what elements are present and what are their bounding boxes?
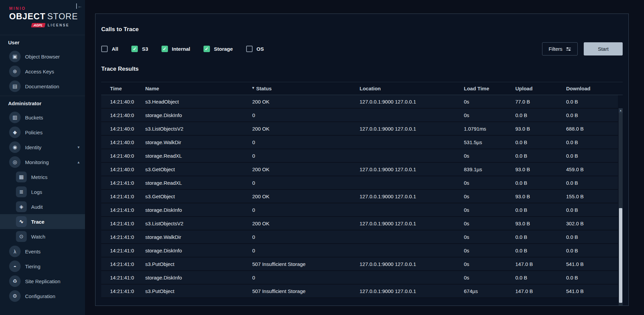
checkbox-all[interactable]: All [101, 46, 118, 52]
column-header-name[interactable]: Name [145, 86, 252, 91]
table-cell: 459.0 B [566, 166, 613, 172]
license-row: AGPL LICENSE [9, 23, 69, 27]
table-cell: 0.0 B [566, 112, 613, 118]
sidebar-item-tiering[interactable]: ◓Tiering [0, 259, 85, 274]
tiering-icon: ◓ [9, 261, 21, 272]
table-cell: 0.0 B [566, 234, 613, 240]
trace-card: Calls to Trace All✓S3✓Internal✓StorageOS… [95, 14, 629, 306]
table-cell: 0 [252, 153, 360, 159]
sidebar-item-site-replication[interactable]: ♻Site Replication [0, 274, 85, 289]
sidebar-item-label: Tiering [25, 264, 40, 269]
table-cell: 127.0.0.1:9000 127.0.0.1 [360, 261, 464, 267]
column-header-label: Location [360, 86, 381, 91]
sidebar-item-audit[interactable]: ◈Audit [0, 199, 85, 214]
checkbox-os[interactable]: OS [246, 46, 264, 52]
table-cell: 14:21:41:0 [110, 248, 145, 253]
table-cell: 0.0 B [515, 153, 566, 159]
sidebar-item-configuration[interactable]: ⚙Configuration [0, 289, 85, 303]
table-cell: 1.0791ms [464, 126, 515, 132]
sidebar-item-identity[interactable]: ◉Identity▾ [0, 140, 85, 155]
table-cell: 0.0 B [515, 275, 566, 280]
table-cell: 0 [252, 207, 360, 213]
table-cell: 14:21:41:0 [110, 234, 145, 240]
sidebar-item-watch[interactable]: ⊙Watch [0, 229, 85, 244]
table-cell: 0 [252, 275, 360, 280]
sidebar-nav: User▣Object Browser⊛Access Keys▤Document… [0, 35, 85, 303]
sidebar-item-object-browser[interactable]: ▣Object Browser [0, 49, 85, 64]
table-cell: 14:21:41:0 [110, 261, 145, 267]
sidebar-item-access-keys[interactable]: ⊛Access Keys [0, 64, 85, 79]
filters-button-label: Filters [549, 46, 562, 52]
sidebar-item-label: Logs [31, 189, 42, 195]
checkbox-storage[interactable]: ✓Storage [203, 46, 233, 52]
table-cell: storage.DiskInfo [145, 207, 252, 213]
column-header-location[interactable]: Location [360, 86, 464, 91]
table-cell: 0s [464, 112, 515, 118]
checkbox-label: S3 [142, 46, 148, 52]
scroll-up-icon[interactable]: ▲ [619, 108, 623, 113]
logo-product-bold: OBJECT [9, 12, 45, 21]
table-cell: storage.DiskInfo [145, 112, 252, 118]
column-header-time[interactable]: Time [110, 86, 145, 91]
sidebar-item-label: Site Replication [25, 278, 60, 284]
table-cell: 0s [464, 234, 515, 240]
trace-icon: ∿ [16, 216, 27, 227]
sidebar-item-documentation[interactable]: ▤Documentation [0, 79, 85, 94]
table-cell: 200 OK [252, 166, 360, 172]
sidebar-item-label: Watch [31, 234, 45, 240]
table-cell: storage.DiskInfo [145, 275, 252, 280]
column-header-load-time[interactable]: Load Time [464, 86, 515, 91]
table-cell: storage.WalkDir [145, 234, 252, 240]
table-cell: 0.0 B [566, 248, 613, 253]
table-cell: 127.0.0.1:9000 127.0.0.1 [360, 166, 464, 172]
sidebar-item-label: Policies [25, 130, 43, 135]
table-cell: 127.0.0.1:9000 127.0.0.1 [360, 99, 464, 105]
table-scrollbar[interactable]: ▲ ▼ [619, 108, 623, 306]
sidebar-item-policies[interactable]: ◆Policies [0, 125, 85, 140]
column-header-upload[interactable]: Upload [515, 86, 566, 91]
start-button[interactable]: Start [584, 42, 623, 55]
sidebar-item-trace[interactable]: ∿Trace [0, 214, 85, 229]
audit-icon: ◈ [16, 201, 27, 212]
table-cell: 839.1µs [464, 166, 515, 172]
table-cell: 0 [252, 180, 360, 186]
sidebar-item-label: Access Keys [25, 69, 54, 74]
table-cell: 0.0 B [566, 180, 613, 186]
column-header-download[interactable]: Download [566, 86, 617, 91]
chevron-down-icon: ▾ [78, 145, 80, 150]
table-cell: storage.ReadXL [145, 180, 252, 186]
checkbox-label: All [112, 46, 118, 52]
sidebar-item-logs[interactable]: ≣Logs [0, 184, 85, 199]
table-cell: 14:21:40:0 [110, 139, 145, 145]
sidebar-collapse-button[interactable]: ← [76, 3, 82, 9]
table-cell: 93.0 B [515, 194, 566, 199]
checkbox-s3[interactable]: ✓S3 [131, 46, 148, 52]
filters-button[interactable]: Filters [542, 42, 578, 55]
sidebar-item-buckets[interactable]: ▥Buckets [0, 110, 85, 125]
checkbox-internal[interactable]: ✓Internal [162, 46, 190, 52]
table-cell: 0.0 B [566, 99, 613, 105]
sidebar-item-monitoring[interactable]: ◎Monitoring▴ [0, 155, 85, 170]
table-cell: 200 OK [252, 99, 360, 105]
table-cell: 0.0 B [515, 248, 566, 253]
sidebar-section-label-administrator: Administrator [0, 96, 85, 110]
table-cell: 127.0.0.1:9000 127.0.0.1 [360, 126, 464, 132]
table-row: 14:21:41:0storage.ReadXL00s0.0 B0.0 B [101, 176, 618, 190]
table-cell: 14:21:41:0 [110, 221, 145, 226]
column-header-label: Download [566, 86, 591, 91]
table-row: 14:21:40:0s3.GetObject200 OK127.0.0.1:90… [101, 163, 618, 176]
sidebar-item-metrics[interactable]: ▦Metrics [0, 170, 85, 184]
table-row: 14:21:40:0s3.ListObjectsV2200 OK127.0.0.… [101, 122, 618, 136]
column-header-label: Time [110, 86, 122, 91]
filters-icon [566, 46, 571, 52]
scrollbar-thumb[interactable] [619, 208, 622, 303]
table-cell: 0.0 B [515, 139, 566, 145]
sidebar-item-label: Configuration [25, 293, 55, 299]
table-cell: 14:21:40:0 [110, 153, 145, 159]
column-header-status[interactable]: ▾Status [252, 86, 360, 91]
table-cell: 688.0 B [566, 126, 613, 132]
table-cell: 0.0 B [566, 153, 613, 159]
checkbox-checked-icon: ✓ [162, 46, 168, 52]
table-cell: 14:21:41:0 [110, 207, 145, 213]
sidebar-item-events[interactable]: λEvents [0, 244, 85, 259]
